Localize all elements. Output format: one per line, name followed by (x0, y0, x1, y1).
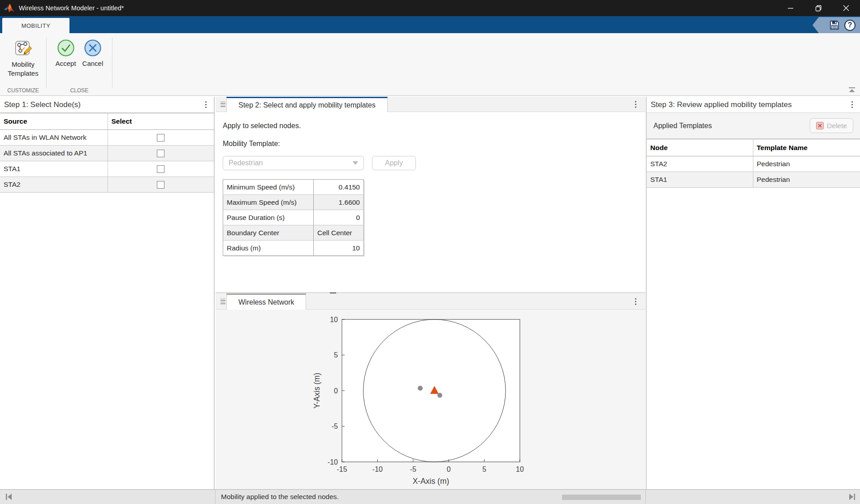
cancel-button[interactable]: Cancel (82, 39, 104, 68)
select-checkbox[interactable] (157, 165, 164, 173)
param-value[interactable]: 0.4150 (314, 180, 364, 195)
mobility-templates-label: Mobility Templates (3, 60, 44, 78)
source-cell: All STAs associated to AP1 (0, 146, 108, 161)
network-tab-bar: Wireless Network (216, 293, 645, 310)
param-value[interactable]: 10 (314, 241, 364, 256)
params-table-body: Minimum Speed (m/s)0.4150Maximum Speed (… (223, 180, 364, 256)
table-row[interactable]: STA2 (0, 177, 214, 193)
table-row[interactable]: STA2Pedestrian (647, 156, 860, 172)
select-checkbox[interactable] (157, 134, 164, 142)
param-value[interactable]: Cell Center (314, 225, 364, 241)
close-icon (843, 5, 849, 11)
close-button[interactable] (832, 0, 860, 16)
tab-step2[interactable]: Step 2: Select and apply mobility templa… (226, 97, 388, 112)
apply-button[interactable]: Apply (372, 156, 416, 170)
param-row: Pause Duration (s)0 (223, 210, 364, 225)
skip-to-start-icon[interactable] (5, 493, 13, 501)
step3-menu-icon[interactable] (847, 101, 856, 108)
restore-button[interactable] (804, 0, 832, 16)
x-axis-label: X-Axis (m) (413, 477, 449, 486)
step1-title: Step 1: Select Node(s) (4, 100, 201, 109)
titlebar: Wireless Network Modeler - untitled* (0, 0, 860, 16)
x-tick-label: 0 (447, 465, 451, 473)
step2-tab-bar: Step 2: Select and apply mobility templa… (216, 97, 645, 112)
status-divider (215, 490, 216, 504)
delete-x-icon (816, 122, 824, 129)
column-header-template-name: Template Name (753, 139, 860, 156)
x-tick-label: 5 (482, 465, 486, 473)
tab-wireless-network[interactable]: Wireless Network (226, 293, 306, 310)
wireless-network-tab-label: Wireless Network (238, 298, 294, 306)
param-row: Maximum Speed (m/s)1.6600 (223, 195, 364, 210)
param-name: Boundary Center (223, 225, 314, 241)
apply-instruction: Apply to selected nodes. (223, 122, 645, 130)
select-cell (108, 177, 214, 193)
minimize-icon (787, 5, 794, 11)
delete-label: Delete (827, 122, 847, 130)
select-cell (108, 146, 214, 161)
y-tick-label: 5 (334, 351, 338, 359)
section-customize: CUSTOMIZE (0, 87, 46, 94)
document-tab-bar-wrap: Wireless Network (216, 293, 645, 310)
table-row[interactable]: STA1Pedestrian (647, 172, 860, 188)
accept-check-icon (57, 39, 75, 57)
y-axis-label: Y-Axis (m) (312, 373, 321, 409)
x-tick-label: -15 (337, 465, 347, 473)
chevron-down-icon (353, 161, 358, 165)
minimize-button[interactable] (777, 0, 804, 16)
accept-button[interactable]: Accept (56, 39, 76, 68)
toolbar-group-close: Accept Cancel CLOSE (47, 33, 112, 95)
table-row[interactable]: STA1 (0, 161, 214, 177)
param-row: Radius (m)10 (223, 241, 364, 256)
tab-mobility[interactable]: MOBILITY (2, 18, 69, 33)
table-row[interactable]: All STAs in WLAN Network (0, 130, 214, 146)
y-tick-label: 0 (334, 387, 338, 395)
applied-templates-bar: Applied Templates Delete (647, 113, 860, 139)
y-tick-label: 10 (330, 316, 338, 323)
param-value[interactable]: 0 (314, 210, 364, 225)
param-name: Minimum Speed (m/s) (223, 180, 314, 195)
template-name-cell: Pedestrian (753, 172, 860, 188)
section-close: CLOSE (47, 87, 112, 94)
mobility-template-dropdown[interactable]: Pedestrian (223, 156, 364, 170)
panel-step2: Step 2: Select and apply mobility templa… (216, 97, 645, 489)
node-cell: STA1 (647, 172, 753, 188)
quick-access-toolbar: ? (812, 17, 860, 33)
skip-to-end-icon[interactable] (848, 493, 856, 501)
drag-handle-icon[interactable] (220, 299, 226, 304)
collapse-ribbon-icon[interactable] (848, 87, 856, 93)
step1-menu-icon[interactable] (201, 101, 210, 108)
status-message: Mobility applied to the selected nodes. (221, 493, 339, 501)
horizontal-scrollbar-thumb[interactable] (562, 495, 641, 500)
select-checkbox[interactable] (157, 150, 164, 157)
panel-step3: Step 3: Review applied mobility template… (646, 97, 860, 489)
step3-table-body: STA2PedestrianSTA1Pedestrian (647, 156, 860, 188)
drag-handle-icon[interactable] (220, 102, 226, 107)
panel-step1: Step 1: Select Node(s) Source Select All… (0, 97, 215, 489)
matlab-logo-icon (4, 4, 14, 13)
column-header-source: Source (0, 113, 108, 130)
delete-button[interactable]: Delete (810, 118, 853, 133)
column-header-select: Select (108, 113, 214, 130)
source-cell: STA2 (0, 177, 108, 193)
param-row: Minimum Speed (m/s)0.4150 (223, 180, 364, 195)
toolbar-separator (112, 38, 112, 88)
toolbar-group-customize: Mobility Templates CUSTOMIZE (0, 33, 46, 95)
ribbon-tab-bar: MOBILITY ? (0, 16, 860, 33)
applied-templates-label: Applied Templates (653, 122, 810, 130)
step1-header: Step 1: Select Node(s) (0, 97, 214, 113)
save-icon[interactable] (829, 20, 840, 30)
help-icon[interactable]: ? (844, 20, 856, 31)
param-value[interactable]: 1.6600 (314, 195, 364, 210)
select-checkbox[interactable] (157, 181, 164, 189)
step2-menu-icon[interactable] (631, 101, 640, 108)
applied-templates-table: Node Template Name STA2PedestrianSTA1Ped… (647, 139, 860, 188)
status-divider (645, 490, 646, 504)
network-menu-icon[interactable] (631, 298, 640, 305)
source-cell: STA1 (0, 161, 108, 177)
template-params-table: Minimum Speed (m/s)0.4150Maximum Speed (… (223, 179, 364, 256)
window-controls (777, 0, 860, 16)
x-tick-label: -10 (372, 465, 383, 473)
mobility-templates-button[interactable]: Mobility Templates (0, 39, 46, 78)
table-row[interactable]: All STAs associated to AP1 (0, 146, 214, 161)
